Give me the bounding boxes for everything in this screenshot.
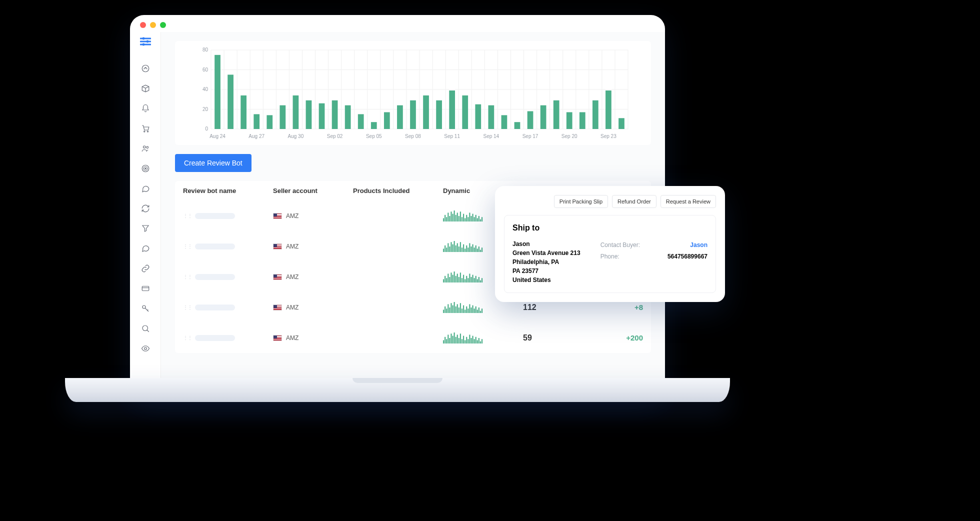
svg-rect-157 bbox=[448, 274, 448, 282]
svg-text:20: 20 bbox=[202, 106, 208, 112]
svg-rect-146 bbox=[470, 246, 472, 252]
name-placeholder bbox=[195, 304, 235, 310]
refund-order-button[interactable]: Refund Order bbox=[612, 195, 656, 208]
svg-rect-141 bbox=[463, 244, 464, 252]
svg-text:40: 40 bbox=[202, 86, 208, 92]
row-delta: +200 bbox=[583, 334, 643, 342]
svg-rect-181 bbox=[444, 306, 446, 313]
message-icon[interactable] bbox=[140, 244, 150, 254]
svg-rect-49 bbox=[514, 122, 520, 129]
svg-rect-136 bbox=[456, 246, 456, 252]
box-icon[interactable] bbox=[140, 84, 150, 94]
search-icon[interactable] bbox=[140, 324, 150, 334]
svg-rect-106 bbox=[449, 216, 450, 222]
svg-text:Aug 27: Aug 27 bbox=[248, 134, 264, 139]
svg-point-5 bbox=[144, 131, 144, 132]
svg-rect-134 bbox=[452, 244, 453, 252]
svg-rect-196 bbox=[468, 308, 468, 313]
svg-rect-132 bbox=[449, 246, 450, 252]
minimize-icon[interactable] bbox=[150, 22, 156, 28]
svg-rect-166 bbox=[462, 278, 462, 282]
svg-rect-55 bbox=[592, 100, 598, 129]
key-icon[interactable] bbox=[140, 304, 150, 314]
ship-address: Jason Green Vista Avenue 213 Philadelphi… bbox=[512, 240, 580, 284]
create-review-bot-button[interactable]: Create Review Bot bbox=[175, 154, 252, 172]
drag-handle-icon[interactable]: ⋮⋮ bbox=[183, 304, 192, 310]
svg-rect-48 bbox=[502, 115, 508, 129]
svg-rect-230 bbox=[480, 342, 481, 344]
dashboard-icon[interactable] bbox=[140, 64, 150, 74]
svg-rect-130 bbox=[446, 248, 447, 252]
svg-rect-131 bbox=[448, 243, 448, 252]
svg-rect-102 bbox=[443, 218, 444, 222]
svg-rect-212 bbox=[452, 336, 453, 344]
maximize-icon[interactable] bbox=[160, 22, 166, 28]
contact-buyer-link[interactable]: Jason bbox=[690, 240, 708, 251]
table-row[interactable]: ⋮⋮AMZ59+200 bbox=[175, 322, 651, 353]
svg-rect-213 bbox=[454, 332, 455, 344]
svg-rect-220 bbox=[464, 340, 466, 344]
request-review-button[interactable]: Request a Review bbox=[660, 195, 716, 208]
cart-icon[interactable] bbox=[140, 124, 150, 134]
svg-rect-206 bbox=[443, 340, 444, 344]
col-seller: Seller account bbox=[273, 187, 353, 194]
funnel-icon[interactable] bbox=[140, 224, 150, 234]
svg-rect-122 bbox=[474, 217, 475, 222]
svg-rect-32 bbox=[293, 96, 299, 129]
drag-handle-icon[interactable]: ⋮⋮ bbox=[183, 244, 192, 249]
row-value: 112 bbox=[523, 303, 583, 312]
drag-handle-icon[interactable]: ⋮⋮ bbox=[183, 274, 192, 280]
drag-handle-icon[interactable]: ⋮⋮ bbox=[183, 335, 192, 340]
svg-rect-178 bbox=[480, 280, 481, 282]
svg-rect-37 bbox=[358, 114, 364, 129]
name-placeholder bbox=[195, 213, 235, 219]
name-placeholder bbox=[195, 274, 235, 280]
svg-rect-167 bbox=[463, 275, 464, 282]
svg-rect-198 bbox=[470, 308, 472, 313]
svg-rect-152 bbox=[480, 250, 481, 252]
svg-text:Sep 11: Sep 11 bbox=[444, 134, 460, 139]
phone-label: Phone: bbox=[600, 251, 620, 262]
svg-rect-199 bbox=[472, 306, 473, 313]
svg-point-2 bbox=[142, 44, 144, 46]
svg-rect-116 bbox=[464, 218, 466, 222]
link-icon[interactable] bbox=[140, 264, 150, 274]
card-icon[interactable] bbox=[140, 284, 150, 294]
svg-rect-209 bbox=[448, 334, 448, 344]
seller-account: AMZ bbox=[286, 243, 298, 250]
contact-buyer-label: Contact Buyer: bbox=[600, 240, 640, 251]
print-packing-slip-button[interactable]: Print Packing Slip bbox=[554, 195, 608, 208]
svg-rect-139 bbox=[460, 242, 461, 252]
users-icon[interactable] bbox=[140, 144, 150, 154]
sparkline bbox=[443, 208, 483, 222]
svg-rect-211 bbox=[450, 334, 452, 344]
us-flag-icon bbox=[273, 274, 282, 280]
svg-rect-160 bbox=[452, 275, 453, 282]
drag-handle-icon[interactable]: ⋮⋮ bbox=[183, 213, 192, 218]
svg-text:Sep 14: Sep 14 bbox=[483, 134, 499, 139]
svg-point-15 bbox=[144, 348, 146, 350]
svg-point-8 bbox=[146, 146, 148, 148]
seller-account: AMZ bbox=[286, 304, 298, 311]
svg-rect-218 bbox=[462, 339, 462, 344]
svg-rect-219 bbox=[463, 336, 464, 344]
svg-rect-51 bbox=[540, 106, 546, 129]
eye-icon[interactable] bbox=[140, 344, 150, 354]
chat-icon[interactable] bbox=[140, 184, 150, 194]
refresh-icon[interactable] bbox=[140, 204, 150, 214]
bell-icon[interactable] bbox=[140, 104, 150, 114]
svg-rect-117 bbox=[466, 215, 467, 222]
svg-rect-31 bbox=[280, 106, 286, 129]
ship-to-title: Ship to bbox=[512, 224, 708, 232]
close-icon[interactable] bbox=[140, 22, 146, 28]
svg-rect-125 bbox=[478, 216, 480, 222]
svg-rect-56 bbox=[606, 90, 612, 129]
target-icon[interactable] bbox=[140, 164, 150, 174]
svg-point-4 bbox=[145, 68, 146, 68]
row-value: 59 bbox=[523, 334, 583, 342]
svg-rect-223 bbox=[469, 334, 470, 344]
svg-text:60: 60 bbox=[202, 67, 208, 72]
svg-rect-107 bbox=[450, 212, 452, 222]
svg-rect-186 bbox=[452, 306, 453, 313]
svg-text:Aug 24: Aug 24 bbox=[210, 134, 226, 139]
